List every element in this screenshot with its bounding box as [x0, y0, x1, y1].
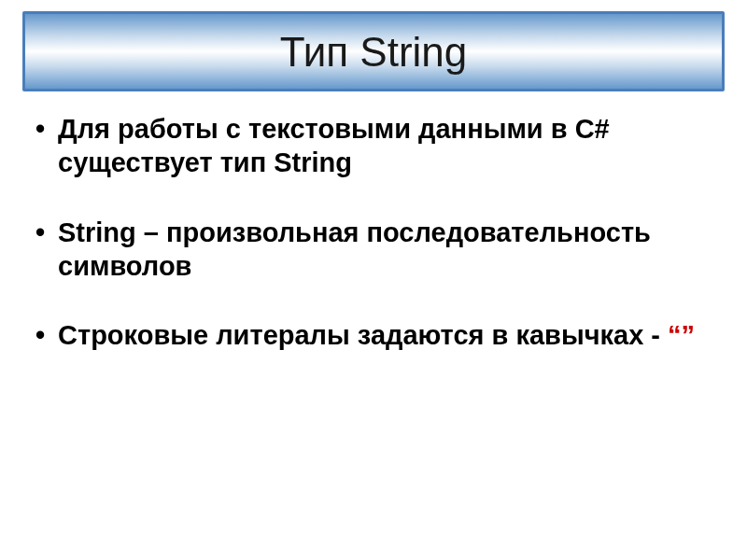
- title-box: Тип String: [22, 11, 725, 91]
- list-item: String – произвольная последовательность…: [32, 216, 715, 284]
- quote-literal: “”: [668, 320, 695, 350]
- bullet-text: Строковые литералы задаются в кавычках -: [58, 320, 668, 350]
- list-item: Строковые литералы задаются в кавычках -…: [32, 318, 715, 352]
- list-item: Для работы с текстовыми данными в C# сущ…: [32, 112, 715, 180]
- slide-title: Тип String: [35, 29, 712, 76]
- slide: Тип String Для работы с текстовыми данны…: [0, 0, 747, 560]
- bullet-list: Для работы с текстовыми данными в C# сущ…: [32, 112, 715, 352]
- bullet-text: String – произвольная последовательность…: [58, 217, 651, 281]
- bullet-text: Для работы с текстовыми данными в C# сущ…: [58, 114, 610, 177]
- content-area: Для работы с текстовыми данными в C# сущ…: [22, 91, 725, 352]
